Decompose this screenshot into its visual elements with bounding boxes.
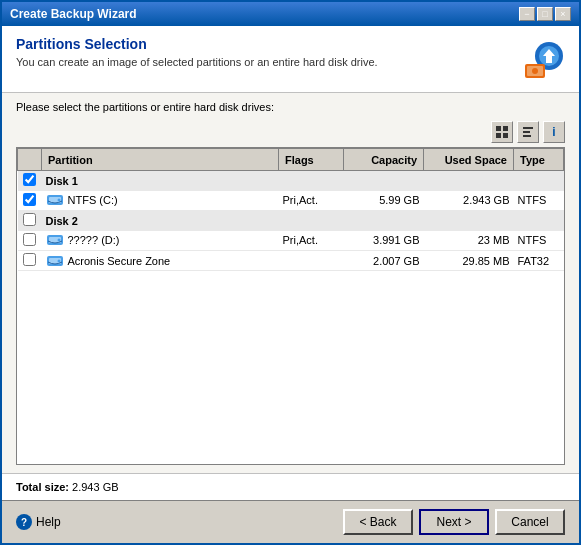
drive-icon-3	[46, 254, 64, 268]
col-partition: Partition	[42, 149, 279, 171]
content-area: Please select the partitions or entire h…	[2, 93, 579, 473]
instruction-text: Please select the partitions or entire h…	[16, 101, 565, 113]
svg-point-4	[532, 68, 538, 74]
backup-wizard-icon	[517, 36, 565, 84]
nav-buttons: < Back Next > Cancel	[343, 509, 565, 535]
minimize-button[interactable]: −	[519, 7, 535, 21]
grid-icon	[495, 125, 509, 139]
svg-rect-7	[496, 133, 501, 138]
ntfs-d-label: ????? (D:)	[68, 234, 120, 246]
close-button[interactable]: ×	[555, 7, 571, 21]
total-size-value: 2.943 GB	[72, 481, 118, 493]
toolbar-row: i	[16, 121, 565, 143]
acronis-type: FAT32	[514, 251, 564, 271]
svg-point-14	[57, 199, 60, 202]
svg-point-20	[57, 259, 60, 262]
header-subtitle: You can create an image of selected part…	[16, 56, 517, 68]
ntfs-c-flags: Pri,Act.	[279, 191, 344, 211]
help-info-button[interactable]: i	[543, 121, 565, 143]
svg-rect-6	[503, 126, 508, 131]
header-section: Partitions Selection You can create an i…	[2, 26, 579, 93]
acronis-name-cell: Acronis Secure Zone	[42, 251, 279, 271]
svg-rect-11	[523, 135, 531, 137]
header-text: Partitions Selection You can create an i…	[16, 36, 517, 68]
acronis-flags	[279, 251, 344, 271]
ntfs-d-checkbox-cell[interactable]	[18, 231, 42, 251]
ntfs-c-checkbox-cell[interactable]	[18, 191, 42, 211]
drive-icon	[46, 193, 64, 207]
header-icon	[517, 36, 565, 84]
ntfs-d-type: NTFS	[514, 231, 564, 251]
table-header-row: Partition Flags Capacity Used Space Type	[18, 149, 564, 171]
acronis-label: Acronis Secure Zone	[68, 255, 171, 267]
ntfs-d-checkbox[interactable]	[23, 233, 36, 246]
disk1-checkbox-cell[interactable]	[18, 171, 42, 191]
disk1-label: Disk 1	[42, 171, 564, 191]
properties-button[interactable]	[517, 121, 539, 143]
col-check	[18, 149, 42, 171]
ntfs-c-type: NTFS	[514, 191, 564, 211]
ntfs-d-flags: Pri,Act.	[279, 231, 344, 251]
partitions-table-container: Partition Flags Capacity Used Space Type…	[16, 147, 565, 465]
col-type: Type	[514, 149, 564, 171]
main-window: Create Backup Wizard − □ × Partitions Se…	[0, 0, 581, 545]
disk2-checkbox[interactable]	[23, 213, 36, 226]
help-button[interactable]: ? Help	[16, 514, 61, 530]
svg-rect-9	[523, 127, 533, 129]
acronis-checkbox[interactable]	[23, 253, 36, 266]
footer-area: Total size: 2.943 GB	[2, 473, 579, 500]
acronis-icon	[46, 254, 64, 268]
cancel-button[interactable]: Cancel	[495, 509, 565, 535]
svg-point-17	[57, 239, 60, 242]
svg-rect-5	[496, 126, 501, 131]
acronis-checkbox-cell[interactable]	[18, 251, 42, 271]
col-usedspace: Used Space	[424, 149, 514, 171]
table-row: Acronis Secure Zone 2.007 GB 29.85 MB FA…	[18, 251, 564, 271]
col-flags: Flags	[279, 149, 344, 171]
svg-rect-10	[523, 131, 530, 133]
help-icon: ?	[16, 514, 32, 530]
help-label: Help	[36, 515, 61, 529]
title-bar-buttons: − □ ×	[519, 7, 571, 21]
disk1-checkbox[interactable]	[23, 173, 36, 186]
table-row: NTFS (C:) Pri,Act. 5.99 GB 2.943 GB NTFS	[18, 191, 564, 211]
total-size-text: Total size: 2.943 GB	[16, 481, 119, 493]
back-button[interactable]: < Back	[343, 509, 413, 535]
total-size-label: Total size:	[16, 481, 69, 493]
drive-icon-2	[46, 233, 64, 247]
col-capacity: Capacity	[344, 149, 424, 171]
info-icon: i	[552, 125, 555, 139]
ntfs-d-usedspace: 23 MB	[424, 231, 514, 251]
ntfs-c-label: NTFS (C:)	[68, 194, 118, 206]
table-body: Disk 1	[18, 171, 564, 271]
maximize-button[interactable]: □	[537, 7, 553, 21]
ntfs-c-usedspace: 2.943 GB	[424, 191, 514, 211]
disk2-label: Disk 2	[42, 211, 564, 231]
partitions-table: Partition Flags Capacity Used Space Type…	[17, 148, 564, 271]
table-row: ????? (D:) Pri,Act. 3.991 GB 23 MB NTFS	[18, 231, 564, 251]
disk-row-1: Disk 1	[18, 171, 564, 191]
ntfs-c-capacity: 5.99 GB	[344, 191, 424, 211]
ntfs-d-capacity: 3.991 GB	[344, 231, 424, 251]
ntfs-d-icon	[46, 233, 64, 247]
ntfs-c-name-cell: NTFS (C:)	[42, 191, 279, 211]
svg-rect-8	[503, 133, 508, 138]
acronis-usedspace: 29.85 MB	[424, 251, 514, 271]
ntfs-c-icon	[46, 193, 64, 207]
title-bar: Create Backup Wizard − □ ×	[2, 2, 579, 26]
properties-icon	[521, 125, 535, 139]
ntfs-d-name-cell: ????? (D:)	[42, 231, 279, 251]
acronis-capacity: 2.007 GB	[344, 251, 424, 271]
header-title: Partitions Selection	[16, 36, 517, 52]
ntfs-c-checkbox[interactable]	[23, 193, 36, 206]
window-title: Create Backup Wizard	[10, 7, 137, 21]
next-button[interactable]: Next >	[419, 509, 489, 535]
disk2-checkbox-cell[interactable]	[18, 211, 42, 231]
grid-view-button[interactable]	[491, 121, 513, 143]
button-bar: ? Help < Back Next > Cancel	[2, 500, 579, 543]
disk-row-2: Disk 2	[18, 211, 564, 231]
